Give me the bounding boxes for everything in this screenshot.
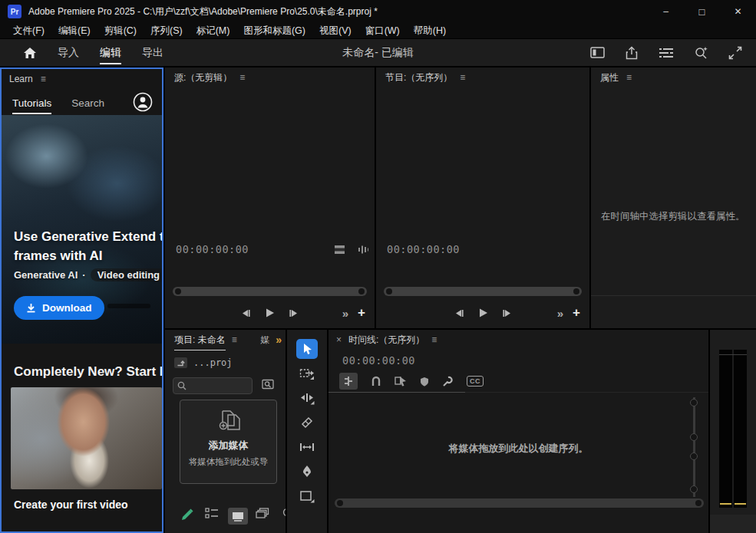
first-video-thumbnail[interactable] [11, 387, 162, 489]
timeline-panel-title[interactable]: 时间线:（无序列） [348, 334, 424, 347]
step-forward-button[interactable] [289, 308, 299, 318]
home-icon [23, 47, 37, 59]
rectangle-tool[interactable] [296, 486, 318, 506]
menu-file[interactable]: 文件(F) [6, 25, 51, 38]
more-buttons-icon[interactable]: » [342, 307, 348, 320]
tutorial-headline: Use Generative Extend to frames with AI [14, 227, 162, 265]
share-export-icon[interactable] [625, 46, 639, 60]
add-media-dropzone[interactable]: 添加媒体 将媒体拖到此处或导 [180, 400, 277, 484]
thumbnail-progress-bar [107, 304, 150, 308]
tutorial-video-thumbnail[interactable]: Use Generative Extend to frames with AI … [2, 115, 162, 344]
zoom-slider-partial-icon[interactable] [280, 508, 286, 517]
project-search-input[interactable] [190, 380, 252, 391]
app-header: 导入 编辑 导出 未命名- 已编辑 [0, 39, 756, 66]
timeline-settings-wrench-icon[interactable] [442, 376, 454, 387]
menu-edit[interactable]: 编辑(E) [51, 25, 97, 38]
more-buttons-icon[interactable]: » [557, 307, 563, 320]
menu-window[interactable]: 窗口(W) [358, 25, 407, 38]
audio-level-meters[interactable] [719, 350, 747, 508]
media-browser-tab-partial[interactable]: 媒 [260, 334, 269, 347]
find-in-project-icon[interactable] [262, 379, 274, 390]
window-title: Adobe Premiere Pro 2025 - C:\用户\zzf\文档\A… [28, 5, 378, 18]
captions-icon[interactable]: CC [467, 376, 484, 387]
learn-panel-title[interactable]: Learn [9, 74, 33, 84]
nest-toggle-icon[interactable] [339, 373, 358, 390]
drag-video-icon[interactable] [334, 245, 345, 255]
download-button[interactable]: Download [14, 296, 104, 320]
navigate-up-icon[interactable] [174, 357, 187, 368]
quick-search-icon[interactable] [694, 45, 708, 60]
timeline-panel-menu-icon[interactable]: ≡ [431, 334, 437, 345]
menu-view[interactable]: 视图(V) [312, 25, 358, 38]
timeline-timecode[interactable]: 00:00:00:00 [342, 354, 415, 367]
home-button[interactable] [23, 47, 37, 59]
properties-divider [591, 295, 756, 296]
list-view-icon[interactable] [205, 508, 219, 518]
add-media-subtitle: 将媒体拖到此处或导 [180, 456, 276, 468]
ripple-edit-tool[interactable] [296, 388, 318, 408]
program-scrubber-bar[interactable] [384, 287, 582, 296]
timeline-horizontal-scrollbar[interactable] [335, 498, 704, 508]
properties-panel-menu-icon[interactable]: ≡ [626, 72, 632, 83]
drag-audio-icon[interactable] [358, 245, 368, 255]
timeline-empty-message: 将媒体拖放到此处以创建序列。 [328, 442, 708, 456]
play-button[interactable] [265, 308, 275, 318]
button-editor-icon[interactable]: + [358, 305, 365, 321]
project-panel-menu-icon[interactable]: ≡ [232, 334, 237, 345]
project-writable-pencil-icon[interactable] [180, 508, 194, 521]
first-video-caption: Create your first video [14, 498, 128, 511]
project-tab[interactable]: 项目: 未命名 [174, 334, 226, 350]
download-icon [26, 303, 36, 313]
step-back-button[interactable] [454, 308, 464, 318]
menu-bar: 文件(F) 编辑(E) 剪辑(C) 序列(S) 标记(M) 图形和标题(G) 视… [0, 23, 756, 39]
linked-selection-icon[interactable] [395, 376, 407, 387]
minimize-button[interactable]: – [648, 0, 684, 23]
program-panel-title[interactable]: 节目:（无序列） [385, 71, 452, 84]
maximize-button[interactable]: □ [684, 0, 720, 23]
slip-tool[interactable] [296, 437, 318, 457]
track-select-forward-tool[interactable] [296, 364, 318, 383]
premiere-app-icon[interactable]: Pr [8, 5, 21, 18]
source-panel-menu-icon[interactable]: ≡ [239, 72, 245, 83]
add-media-title: 添加媒体 [180, 439, 276, 452]
menu-help[interactable]: 帮助(H) [407, 25, 453, 38]
button-editor-icon[interactable]: + [573, 305, 580, 321]
add-marker-icon[interactable] [420, 377, 429, 387]
pen-tool[interactable] [296, 462, 318, 482]
tab-search[interactable]: Search [71, 97, 104, 109]
icon-view-icon[interactable] [228, 508, 248, 525]
tab-edit[interactable]: 编辑 [100, 39, 121, 66]
menu-clip[interactable]: 剪辑(C) [97, 25, 144, 38]
source-scrubber-bar[interactable] [173, 287, 367, 296]
play-button[interactable] [478, 308, 488, 318]
menu-graphics-titles[interactable]: 图形和标题(G) [236, 25, 312, 38]
close-button[interactable]: ✕ [720, 0, 756, 23]
razor-tool[interactable] [296, 413, 318, 433]
learn-panel-menu-icon[interactable]: ≡ [41, 74, 46, 84]
workspaces-icon[interactable] [659, 47, 674, 59]
fullscreen-icon[interactable] [728, 46, 742, 60]
menu-markers[interactable]: 标记(M) [190, 25, 237, 38]
snap-magnet-icon[interactable] [371, 376, 381, 387]
profile-icon[interactable] [133, 92, 153, 112]
meter-footer [710, 515, 756, 533]
properties-panel-title[interactable]: 属性 [600, 71, 619, 84]
selection-tool[interactable] [296, 339, 318, 359]
tab-tutorials[interactable]: Tutorials [12, 97, 51, 114]
timeline-header-divider [328, 392, 465, 393]
tab-import[interactable]: 导入 [58, 39, 79, 66]
menu-sequence[interactable]: 序列(S) [144, 25, 190, 38]
timeline-close-icon[interactable]: × [336, 334, 342, 345]
program-panel-menu-icon[interactable]: ≡ [460, 72, 465, 83]
panel-overflow-icon[interactable]: » [276, 334, 282, 346]
step-back-button[interactable] [240, 308, 251, 318]
panel-layout-icon[interactable] [590, 47, 605, 58]
timeline-vertical-scrollbar[interactable] [693, 397, 695, 497]
freeform-view-icon[interactable] [256, 508, 269, 518]
step-forward-button[interactable] [502, 308, 513, 318]
project-search-box [173, 377, 253, 394]
tab-export[interactable]: 导出 [142, 39, 163, 66]
window-controls: – □ ✕ [648, 0, 756, 23]
source-panel-title[interactable]: 源:（无剪辑） [174, 71, 232, 84]
project-breadcrumb[interactable]: ...proj [193, 357, 233, 368]
